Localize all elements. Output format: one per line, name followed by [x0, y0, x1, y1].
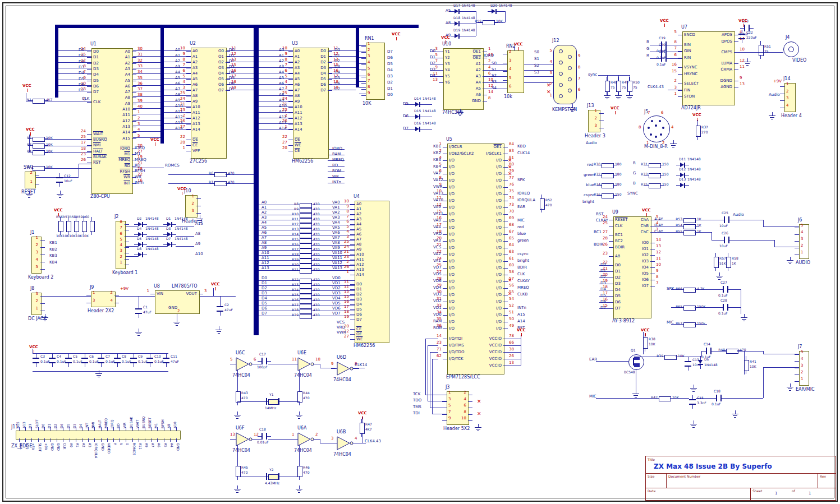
gnd-icon — [670, 144, 677, 144]
wire — [503, 160, 508, 161]
dsub-pin — [559, 83, 563, 87]
gnd-icon — [235, 417, 240, 417]
res-ref: R25 — [284, 293, 299, 297]
net-label: KB4 — [49, 261, 57, 265]
gnd-icon — [176, 325, 178, 326]
wire — [734, 41, 738, 42]
net-label: bright — [582, 200, 594, 204]
pin-name: D2 — [356, 293, 362, 297]
net-label: A3 — [261, 216, 267, 220]
net-label: D3 — [387, 75, 393, 78]
pin-name: GND — [456, 99, 481, 103]
wire — [503, 54, 507, 54]
wire — [59, 173, 60, 177]
res-val: 10K — [46, 143, 53, 146]
res-ref: R58 — [732, 257, 738, 260]
pin-num: 5 — [801, 350, 803, 354]
wire — [36, 363, 36, 367]
pin-name: IO3 — [623, 260, 649, 263]
pin-name: A10 — [192, 105, 200, 109]
pin-num: 2 — [591, 117, 597, 121]
wire — [262, 477, 266, 477]
vcc-stub — [743, 24, 743, 27]
doc-label: Document Number — [668, 474, 700, 478]
pin-num: 8 — [461, 410, 466, 414]
pin-name: A3 — [356, 218, 361, 221]
wire — [503, 366, 508, 366]
wire — [685, 175, 689, 175]
net-label: IOREQ — [517, 192, 530, 196]
wire — [650, 280, 655, 280]
pin-num: 62 — [434, 354, 442, 358]
wire — [350, 315, 355, 315]
cap-ref: C15 — [697, 396, 704, 400]
net-label: CLK — [517, 272, 525, 276]
vcc-stub — [664, 24, 665, 27]
wire — [667, 45, 671, 45]
cap-ref: C18 — [714, 390, 720, 393]
bus-line — [55, 25, 419, 28]
pin-num: 2 — [33, 299, 38, 303]
pin-num: 5 — [801, 224, 803, 228]
net-label: A13 — [175, 121, 183, 125]
net-label: Audio — [769, 93, 780, 97]
wire — [744, 351, 745, 360]
part-U5: EPM7128S/LCC — [446, 375, 480, 380]
wire — [722, 398, 763, 399]
res-ref: R37 — [701, 126, 708, 129]
ref-U6D: U6D — [337, 355, 346, 360]
res-val: 470 — [313, 207, 319, 211]
pin-name: A3 — [295, 66, 300, 70]
edge-pin-label: HALT — [98, 420, 102, 428]
size-label: Size — [648, 474, 654, 478]
cap-ref: C3 — [40, 355, 45, 358]
cap-C25 — [724, 216, 729, 223]
pin-name: OE — [356, 332, 362, 336]
pin-name: D4 — [93, 73, 99, 77]
pin-num: 5 — [448, 404, 451, 408]
diode-val: 1N4148 — [145, 227, 159, 230]
wire — [692, 405, 693, 409]
pin-name: D7 — [301, 89, 326, 93]
res-ref: R41 — [750, 360, 756, 363]
net-label: S1 — [492, 68, 497, 72]
pin-name: Y5 — [445, 75, 450, 78]
pin-name: CMPS — [707, 50, 732, 54]
wire — [143, 244, 147, 245]
gnd-icon — [569, 108, 576, 108]
pin-name: RD — [105, 164, 130, 168]
net-label: VWR — [337, 331, 346, 335]
res-r — [74, 221, 79, 232]
pin-num: 2 — [801, 371, 803, 374]
pin-name: VOUT — [172, 292, 197, 296]
res-R17 — [300, 248, 312, 253]
pin-name: I/O — [476, 226, 502, 230]
wire — [678, 84, 682, 84]
wire — [353, 443, 359, 443]
pin-name: I/O — [449, 260, 455, 263]
pin-num: 6 — [661, 111, 663, 115]
wire — [91, 231, 92, 235]
wire — [230, 439, 236, 440]
pin-num: 1 — [801, 251, 803, 255]
wire — [252, 439, 258, 440]
wire — [139, 438, 139, 442]
res-val: 470 — [313, 212, 319, 216]
res-R34 — [602, 183, 614, 188]
pin-name: Y3 — [445, 62, 450, 66]
pin-num: 12 — [656, 251, 661, 255]
net-label: VA4 — [433, 225, 441, 229]
part-U6F: 74HC04 — [232, 448, 250, 453]
wire — [503, 255, 508, 255]
wire — [636, 369, 636, 391]
net-label: VA7 — [433, 172, 441, 175]
net-label: KB3 — [49, 254, 57, 258]
net-label: A8 — [175, 93, 180, 97]
gnd-icon — [690, 424, 697, 424]
res-R24 — [300, 289, 312, 294]
gnd-icon — [459, 115, 461, 116]
net-label: D6 — [403, 114, 408, 118]
net-label: BC1 — [594, 230, 602, 234]
gnd-icon — [635, 397, 637, 397]
diode-D7 — [167, 242, 171, 247]
